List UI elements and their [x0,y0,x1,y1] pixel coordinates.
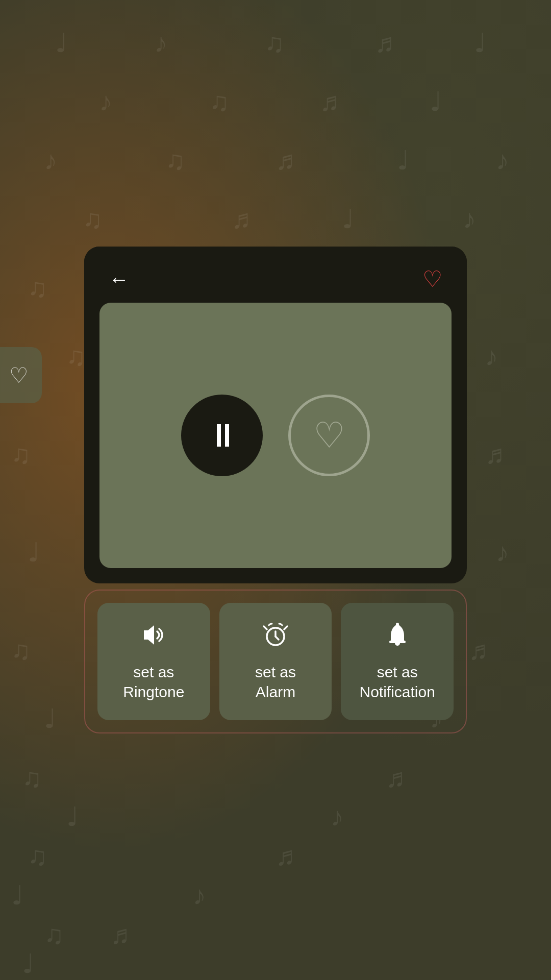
alarm-icon [262,621,289,653]
card-header: ← ♡ [84,247,467,303]
svg-point-4 [396,623,399,626]
svg-rect-3 [389,641,406,643]
album-art-area: ⏸ ♡ [99,303,452,568]
set-as-alarm-button[interactable]: set asAlarm [219,603,332,720]
player-card: ← ♡ ⏸ ♡ [84,247,467,583]
favorite-button[interactable]: ♡ [422,268,442,290]
ringtone-icon [140,621,167,653]
set-as-notification-button[interactable]: set asNotification [341,603,454,720]
heart-circle-icon: ♡ [313,414,345,456]
set-as-ringtone-button[interactable]: set asRingtone [97,603,210,720]
actions-container: set asRingtone set asAlarm [84,590,467,733]
alarm-label: set asAlarm [255,662,296,702]
notification-icon [384,621,411,653]
notification-label: set asNotification [359,662,435,702]
pause-icon: ⏸ [207,416,237,454]
main-content: ← ♡ ⏸ ♡ set asRingtone [0,0,551,980]
svg-line-2 [276,636,279,640]
heart-circle-button[interactable]: ♡ [288,395,370,476]
side-heart-widget[interactable]: ♡ [0,347,42,403]
side-heart-icon: ♡ [9,363,29,388]
back-button[interactable]: ← [109,269,129,289]
pause-button[interactable]: ⏸ [181,395,263,476]
ringtone-label: set asRingtone [123,662,184,702]
